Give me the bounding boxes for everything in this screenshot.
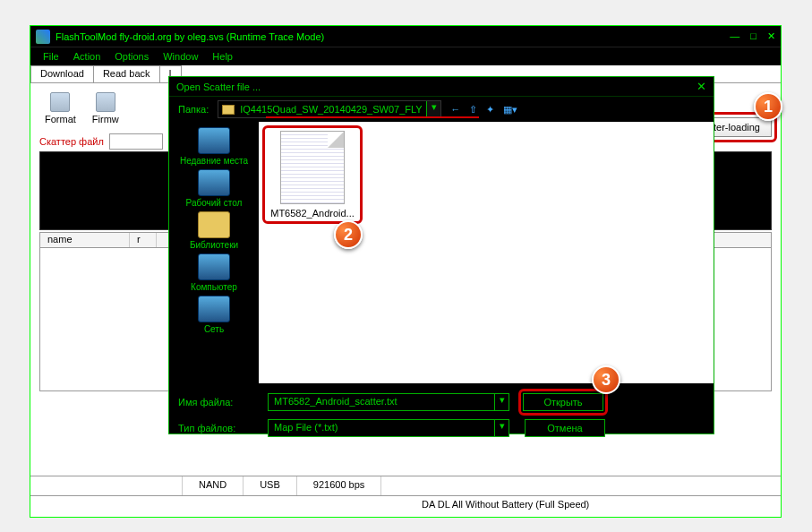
status-bar-1: NAND USB 921600 bps <box>30 476 781 495</box>
filetype-value: Map File (*.txt) <box>269 420 494 436</box>
dialog-bottom: Имя файла: MT6582_Android_scatter.txt ▾ … <box>169 383 714 439</box>
scatter-label: Скаттер файл <box>39 136 104 147</box>
view-icon[interactable]: ▦▾ <box>503 104 517 116</box>
close-button[interactable]: ✕ <box>767 30 775 42</box>
menubar: File Action Options Window Help <box>30 47 781 65</box>
folder-combo-text: IQ4415Quad_SW_20140429_SW07_FLY <box>238 104 426 115</box>
nav-icons: ← ⇧ ✦ ▦▾ <box>450 104 517 116</box>
dialog-title: Open Scatter file ... <box>176 82 261 92</box>
badge-1: 1 <box>754 92 782 121</box>
app-icon <box>36 30 50 44</box>
badge-2: 2 <box>334 220 363 249</box>
dialog-body: Недавние места Рабочий стол Библиотеки К… <box>169 122 714 383</box>
menu-options[interactable]: Options <box>109 49 154 64</box>
status-bar-2: DA DL All Without Battery (Full Speed) <box>30 495 781 515</box>
status-mode: DA DL All Without Battery (Full Speed) <box>406 496 781 515</box>
format-icon <box>50 92 70 112</box>
col-r[interactable]: r <box>130 233 157 247</box>
filetype-row: Тип файлов: Map File (*.txt) ▾ Отмена <box>178 419 705 437</box>
filename-row: Имя файла: MT6582_Android_scatter.txt ▾ … <box>178 389 705 416</box>
filename-dropdown[interactable]: ▾ <box>494 394 509 410</box>
filetype-combo[interactable]: Map File (*.txt) ▾ <box>268 419 509 437</box>
filetype-label: Тип файлов: <box>178 423 259 433</box>
file-item-label: MT6582_Android... <box>270 208 355 219</box>
col-name[interactable]: name <box>40 233 130 247</box>
status-cell-1 <box>30 476 183 495</box>
filename-value: MT6582_Android_scatter.txt <box>269 394 494 410</box>
highlight-3: Открыть <box>518 389 608 416</box>
menu-help[interactable]: Help <box>207 49 238 64</box>
menu-window[interactable]: Window <box>158 49 203 64</box>
places-sidebar: Недавние места Рабочий стол Библиотеки К… <box>169 122 259 383</box>
open-scatter-dialog: Open Scatter file ... ✕ Папка: IQ4415Qua… <box>168 76 714 434</box>
menu-action[interactable]: Action <box>68 49 107 64</box>
firmware-icon <box>96 92 115 112</box>
highlight-2: MT6582_Android... <box>262 125 363 224</box>
txt-file-icon <box>280 131 345 204</box>
scatter-field[interactable] <box>109 133 163 150</box>
file-area[interactable]: MT6582_Android... 2 <box>259 122 714 383</box>
desktop-icon <box>198 169 230 196</box>
format-button[interactable]: Format <box>45 92 76 124</box>
badge-3: 3 <box>592 365 620 394</box>
open-button[interactable]: Открыть <box>523 393 603 411</box>
recent-icon <box>198 127 230 154</box>
folder-label: Папка: <box>178 104 209 115</box>
firmware-button[interactable]: Firmw <box>92 92 119 124</box>
place-computer[interactable]: Компьютер <box>191 253 237 292</box>
place-desktop[interactable]: Рабочий стол <box>186 169 243 208</box>
dialog-close-icon[interactable]: ✕ <box>697 80 706 93</box>
back-icon[interactable]: ← <box>450 104 460 115</box>
folder-combo[interactable]: IQ4415Quad_SW_20140429_SW07_FLY ▾ <box>218 100 441 118</box>
status-nand: NAND <box>183 476 244 495</box>
filename-label: Имя файла: <box>178 397 259 408</box>
status-baud: 921600 bps <box>297 476 382 495</box>
file-item-scatter[interactable]: MT6582_Android... <box>268 131 357 219</box>
status2-cell-1 <box>30 496 406 515</box>
tab-readback[interactable]: Read back <box>93 65 160 82</box>
folder-combo-icon <box>222 105 235 115</box>
place-recent[interactable]: Недавние места <box>180 127 248 166</box>
network-icon <box>198 296 230 322</box>
tab-download[interactable]: Download <box>30 65 94 82</box>
format-label: Format <box>45 114 76 124</box>
filename-combo[interactable]: MT6582_Android_scatter.txt ▾ <box>268 393 509 411</box>
place-network[interactable]: Сеть <box>198 296 230 334</box>
titlebar[interactable]: FlashToolMod fly-droid.org by oleg.svs (… <box>30 26 781 47</box>
window-title: FlashToolMod fly-droid.org by oleg.svs (… <box>56 31 730 42</box>
maximize-button[interactable]: □ <box>750 30 756 42</box>
place-libraries[interactable]: Библиотеки <box>190 211 238 250</box>
firmware-label: Firmw <box>92 114 119 124</box>
status-usb: USB <box>244 476 297 495</box>
up-icon[interactable]: ⇧ <box>469 104 477 116</box>
menu-file[interactable]: File <box>38 49 64 64</box>
folder-underline <box>266 116 479 118</box>
filetype-dropdown[interactable]: ▾ <box>494 420 509 436</box>
dialog-titlebar[interactable]: Open Scatter file ... ✕ <box>169 77 714 97</box>
cancel-button[interactable]: Отмена <box>525 419 605 437</box>
computer-icon <box>198 253 230 280</box>
minimize-button[interactable]: — <box>730 30 739 42</box>
folder-combo-dropdown[interactable]: ▾ <box>426 101 440 117</box>
new-folder-icon[interactable]: ✦ <box>486 104 494 116</box>
libraries-icon <box>198 211 230 238</box>
